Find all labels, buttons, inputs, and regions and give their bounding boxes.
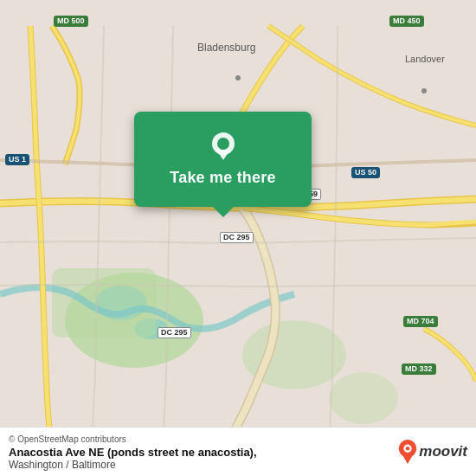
address-text: Anacostia Ave NE (ponds street ne anacos…: [9, 446, 257, 459]
city-text: Washington / Baltimore: [9, 459, 257, 471]
shield-us1: US 1: [5, 154, 29, 165]
moovit-text: moovit: [419, 443, 467, 460]
take-me-there-card[interactable]: Take me there: [134, 112, 312, 207]
shield-md500: MD 500: [54, 16, 88, 27]
moovit-logo: moovit: [398, 440, 467, 464]
moovit-pin-icon: [398, 440, 417, 464]
svg-marker-10: [216, 150, 230, 160]
svg-point-7: [421, 88, 427, 93]
svg-point-5: [329, 372, 398, 424]
location-pin-icon: [208, 132, 239, 164]
bottom-bar: © OpenStreetMap contributors Anacostia A…: [0, 427, 476, 476]
shield-md332: MD 332: [402, 363, 436, 375]
shield-md704: MD 704: [403, 316, 438, 327]
svg-point-9: [217, 138, 229, 150]
svg-rect-3: [52, 268, 156, 338]
take-me-there-label: Take me there: [170, 169, 275, 187]
shield-dc295-bot: DC 295: [158, 327, 191, 338]
landover-label: Landover: [405, 54, 445, 64]
bladensburg-label: Bladensburg: [197, 42, 255, 54]
map-container: Bladensburg Landover MD 500 US 1 US 50 U…: [0, 0, 476, 476]
shield-md450: MD 450: [389, 16, 424, 27]
svg-point-14: [406, 447, 410, 451]
svg-marker-12: [402, 454, 414, 464]
shield-us50-right: US 50: [351, 167, 380, 178]
svg-point-6: [235, 75, 241, 80]
shield-dc295-top: DC 295: [220, 232, 254, 243]
